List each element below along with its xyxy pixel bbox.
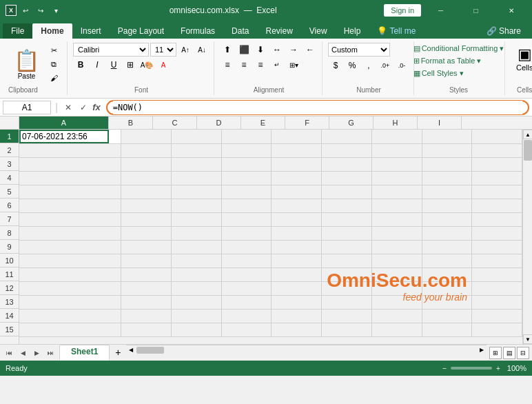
tab-share[interactable]: 🔗 Share (478, 23, 529, 39)
scroll-left-btn[interactable]: ◀ (126, 345, 136, 355)
scroll-up-btn[interactable]: ▲ (523, 130, 532, 139)
cell-a2[interactable] (19, 143, 121, 157)
cell-a8[interactable] (19, 226, 121, 240)
row-num-3[interactable]: 3 (0, 157, 19, 171)
cell-a5[interactable] (19, 185, 121, 199)
tab-help[interactable]: Help (336, 23, 369, 39)
row-num-2[interactable]: 2 (0, 143, 19, 157)
wrap-text-btn[interactable]: ↵ (269, 58, 285, 72)
row-num-14[interactable]: 14 (0, 309, 19, 323)
cell-a13[interactable] (19, 295, 121, 309)
cell-a10[interactable] (19, 254, 121, 267)
sheet-last-btn[interactable]: ⏭ (44, 347, 57, 359)
scroll-right-btn[interactable]: ▶ (477, 345, 487, 355)
vertical-scrollbar[interactable]: ▲ ▼ (522, 130, 532, 344)
cell-f1[interactable] (322, 130, 372, 143)
tab-review[interactable]: Review (257, 23, 300, 39)
cell-styles-btn[interactable]: ▦ Cell Styles ▾ (410, 68, 508, 79)
text-direction-btn[interactable]: ↔ (269, 43, 285, 57)
cell-a7[interactable] (19, 212, 121, 226)
border-btn[interactable]: ⊞ (123, 58, 138, 72)
cell-a15[interactable] (19, 323, 121, 336)
formula-input[interactable] (113, 101, 522, 114)
sheet-prev-btn[interactable]: ◀ (17, 347, 29, 359)
underline-btn[interactable]: U (106, 58, 121, 72)
row-num-12[interactable]: 12 (0, 281, 19, 295)
format-as-table-btn[interactable]: ⊞ Format as Table ▾ (410, 55, 508, 67)
col-header-h[interactable]: H (374, 117, 418, 129)
cell-c1[interactable] (171, 130, 221, 143)
sheet-tab-1[interactable]: Sheet1 (59, 345, 110, 361)
conditional-formatting-btn[interactable]: ▤ Conditional Formatting ▾ (410, 43, 508, 54)
tab-page-layout[interactable]: Page Layout (110, 23, 172, 39)
col-header-d[interactable]: D (197, 117, 241, 129)
scroll-thumb-h[interactable] (136, 347, 164, 354)
paste-button[interactable]: 📋 Paste (8, 46, 45, 83)
cell-e1[interactable] (272, 130, 322, 143)
maximize-button[interactable]: □ (460, 0, 491, 21)
zoom-out-btn[interactable]: − (442, 365, 447, 372)
normal-view-btn[interactable]: ⊞ (489, 347, 502, 359)
font-color-btn[interactable]: A (156, 58, 171, 72)
font-family-select[interactable]: Calibri (73, 43, 149, 57)
increase-font-btn[interactable]: A↑ (178, 43, 193, 57)
page-layout-view-btn[interactable]: ▤ (503, 347, 515, 359)
col-header-b[interactable]: B (109, 117, 153, 129)
merge-btn[interactable]: ⊞▾ (286, 58, 301, 72)
row-num-6[interactable]: 6 (0, 199, 19, 212)
cell-b1[interactable] (121, 130, 172, 143)
add-sheet-btn[interactable]: + (110, 345, 126, 360)
col-header-a[interactable]: A (19, 117, 109, 129)
cells-button[interactable]: ▣ Cells (511, 43, 532, 74)
italic-btn[interactable]: I (90, 58, 105, 72)
align-top-btn[interactable]: ⬆ (220, 43, 235, 57)
left-align-btn[interactable]: ≡ (220, 58, 235, 72)
tab-data[interactable]: Data (223, 23, 257, 39)
row-num-7[interactable]: 7 (0, 212, 19, 226)
row-num-1[interactable]: 1 (0, 130, 19, 143)
formula-cancel-btn[interactable]: ✕ (62, 101, 74, 114)
align-bottom-btn[interactable]: ⬇ (253, 43, 268, 57)
tab-file[interactable]: File (3, 23, 32, 39)
row-num-13[interactable]: 13 (0, 295, 19, 309)
cell-a14[interactable] (19, 309, 121, 323)
cell-h1[interactable] (422, 130, 472, 143)
indent-btn[interactable]: → (286, 43, 301, 57)
row-num-15[interactable]: 15 (0, 323, 19, 336)
cell-a12[interactable] (19, 281, 121, 295)
cut-button[interactable]: ✂ (46, 44, 61, 57)
horizontal-scrollbar[interactable]: ◀ ▶ (126, 345, 487, 354)
accounting-btn[interactable]: $ (328, 59, 343, 72)
col-header-e[interactable]: E (241, 117, 285, 129)
scroll-thumb-v[interactable] (524, 140, 532, 161)
col-header-f[interactable]: F (285, 117, 329, 129)
tab-home[interactable]: Home (32, 23, 72, 39)
col-header-g[interactable]: G (329, 117, 374, 129)
sheet-first-btn[interactable]: ⏮ (3, 347, 15, 359)
cell-a11[interactable] (19, 267, 121, 281)
formula-confirm-btn[interactable]: ✓ (77, 101, 90, 114)
row-num-10[interactable]: 10 (0, 254, 19, 267)
format-painter-button[interactable]: 🖌 (46, 72, 61, 84)
zoom-in-btn[interactable]: + (496, 365, 500, 372)
cell-d1[interactable] (221, 130, 272, 143)
quick-access-btn[interactable]: ▾ (50, 4, 62, 17)
row-num-5[interactable]: 5 (0, 185, 19, 199)
cell-g1[interactable] (371, 130, 422, 143)
scroll-down-btn[interactable]: ▼ (523, 334, 532, 344)
row-num-8[interactable]: 8 (0, 226, 19, 240)
bold-btn[interactable]: B (73, 58, 88, 72)
minimize-button[interactable]: ─ (425, 0, 456, 21)
copy-button[interactable]: ⧉ (46, 58, 61, 70)
scroll-track-v[interactable] (523, 139, 532, 334)
cell-a6[interactable] (19, 199, 121, 212)
cell-i1[interactable] (472, 130, 522, 143)
row-num-4[interactable]: 4 (0, 171, 19, 185)
cell-a1[interactable]: 07-06-2021 23:56 (19, 130, 121, 143)
percent-btn[interactable]: % (345, 59, 360, 72)
tab-formulas[interactable]: Formulas (172, 23, 223, 39)
name-box[interactable] (3, 101, 51, 114)
col-header-i[interactable]: I (418, 117, 462, 129)
tab-tell-me[interactable]: 💡 Tell me (369, 23, 424, 39)
increase-decimal-btn[interactable]: .0+ (378, 59, 393, 72)
